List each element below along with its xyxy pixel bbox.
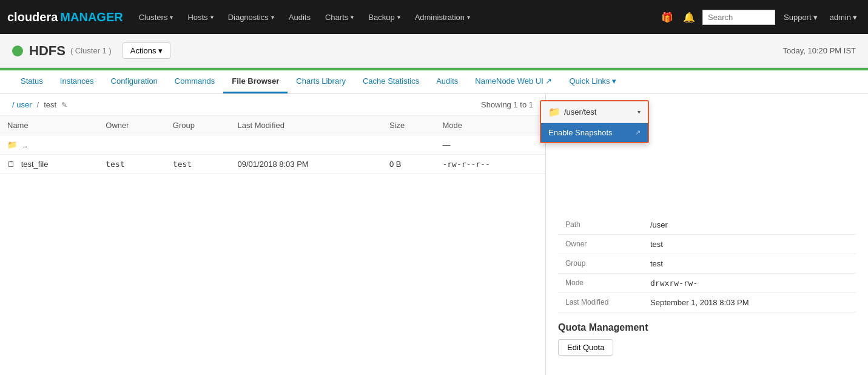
right-panel: 📁 /user/test ▾ Enable Snapshots ↗ Path /… (546, 94, 868, 375)
chevron-down-icon: ▾ (158, 46, 163, 55)
snapshots-section-title: Snapshots (558, 364, 856, 375)
nav-administration[interactable]: Administration ▾ (409, 8, 476, 27)
prop-row-owner: Owner test (558, 235, 856, 254)
top-navigation: cloudera MANAGER Clusters ▾ Hosts ▾ Diag… (0, 0, 868, 34)
dropdown-path: /user/test (564, 107, 596, 117)
service-title: HDFS (29, 43, 66, 59)
chevron-down-icon: ▾ (853, 13, 857, 22)
logo: cloudera MANAGER (7, 10, 123, 24)
quota-section-title: Quota Management (558, 312, 856, 339)
dropdown-box: 📁 /user/test ▾ Enable Snapshots ↗ (540, 100, 649, 143)
chevron-down-icon: ▾ (467, 14, 470, 21)
chevron-down-icon: ▾ (638, 109, 641, 115)
breadcrumb-current: test (44, 100, 56, 109)
nav-charts[interactable]: Charts ▾ (319, 8, 360, 27)
prop-row-last-modified: Last Modified September 1, 2018 8:03 PM (558, 293, 856, 312)
tab-commands[interactable]: Commands (166, 70, 223, 93)
file-table: Name Owner Group Last Modified Size Mode… (0, 116, 545, 174)
nav-hosts[interactable]: Hosts ▾ (181, 8, 219, 27)
file-last-modified (230, 135, 382, 155)
folder-icon: 📁 (7, 140, 17, 149)
nav-icons: 🎁 🔔 Support ▾ admin ▾ (659, 8, 861, 27)
gift-icon[interactable]: 🎁 (659, 9, 676, 25)
tab-audits[interactable]: Audits (428, 70, 466, 93)
tab-instances[interactable]: Instances (52, 70, 103, 93)
cursor-icon: ↗ (635, 129, 641, 137)
col-mode: Mode (435, 116, 545, 135)
file-icon: 🗒 (7, 160, 15, 169)
status-indicator (12, 46, 23, 56)
admin-button[interactable]: admin ▾ (826, 8, 861, 27)
prop-label-last-modified: Last Modified (558, 293, 643, 312)
chevron-down-icon: ▾ (170, 14, 173, 21)
file-owner: test (98, 155, 166, 174)
edit-quota-button[interactable]: Edit Quota (558, 339, 613, 356)
nav-backup[interactable]: Backup ▾ (362, 8, 406, 27)
prop-value-last-modified: September 1, 2018 8:03 PM (643, 293, 856, 312)
prop-label-owner: Owner (558, 235, 643, 254)
sub-navigation: Status Instances Configuration Commands … (0, 70, 868, 94)
file-mode: -rw-r--r-- (435, 155, 545, 174)
file-group (166, 135, 230, 155)
service-header: HDFS ( Cluster 1 ) Actions ▾ Today, 10:2… (0, 34, 868, 68)
file-last-modified: 09/01/2018 8:03 PM (230, 155, 382, 174)
chevron-down-icon: ▾ (351, 14, 354, 21)
file-group: test (166, 155, 230, 174)
cluster-badge: ( Cluster 1 ) (70, 46, 112, 55)
file-name: 🗒 test_file (0, 155, 98, 174)
showing-count: Showing 1 to 1 (481, 100, 533, 109)
chevron-down-icon: ▾ (271, 14, 274, 21)
tab-status[interactable]: Status (12, 70, 52, 93)
col-size: Size (382, 116, 435, 135)
table-row[interactable]: 🗒 test_file test test 09/01/2018 8:03 PM… (0, 155, 545, 174)
breadcrumb: / user / test ✎ Showing 1 to 1 (0, 94, 545, 116)
logo-manager: MANAGER (60, 10, 123, 24)
prop-row-group: Group test (558, 254, 856, 274)
col-last-modified: Last Modified (230, 116, 382, 135)
edit-icon[interactable]: ✎ (61, 101, 67, 109)
file-size (382, 135, 435, 155)
chevron-down-icon: ▾ (397, 14, 400, 21)
folder-icon: 📁 (548, 106, 560, 118)
prop-label-mode: Mode (558, 274, 643, 293)
col-group: Group (166, 116, 230, 135)
file-owner (98, 135, 166, 155)
actions-button[interactable]: Actions ▾ (123, 42, 171, 59)
table-row[interactable]: 📁 .. — (0, 135, 545, 155)
prop-value-path: /user (643, 215, 856, 235)
tab-quick-links[interactable]: Quick Links ▾ (560, 70, 624, 93)
chevron-down-icon: ▾ (210, 14, 214, 21)
nav-audits[interactable]: Audits (283, 8, 317, 27)
bell-icon[interactable]: 🔔 (681, 9, 698, 25)
prop-row-path: Path /user (558, 215, 856, 235)
col-owner: Owner (98, 116, 166, 135)
support-button[interactable]: Support ▾ (780, 8, 821, 27)
breadcrumb-separator: / (37, 100, 39, 109)
timestamp: Today, 10:20 PM IST (783, 46, 856, 55)
search-input[interactable] (702, 10, 775, 25)
breadcrumb-root[interactable]: / user (12, 100, 32, 109)
logo-cloudera: cloudera (7, 10, 58, 24)
tab-file-browser[interactable]: File Browser (223, 70, 288, 93)
tab-cache-statistics[interactable]: Cache Statistics (354, 70, 428, 93)
prop-label-path: Path (558, 215, 643, 235)
main-content: / user / test ✎ Showing 1 to 1 Name Owne… (0, 94, 868, 375)
nav-diagnostics[interactable]: Diagnostics ▾ (222, 8, 280, 27)
dropdown-header[interactable]: 📁 /user/test ▾ (541, 101, 648, 123)
prop-value-owner: test (643, 235, 856, 254)
col-name: Name (0, 116, 98, 135)
tab-charts-library[interactable]: Charts Library (288, 70, 354, 93)
file-browser-panel: / user / test ✎ Showing 1 to 1 Name Owne… (0, 94, 546, 375)
prop-value-mode: drwxrw-rw- (643, 274, 856, 293)
chevron-down-icon: ▾ (612, 76, 616, 86)
enable-snapshots-dropdown-item[interactable]: Enable Snapshots ↗ (541, 123, 648, 142)
tab-namenode-web-ui[interactable]: NameNode Web UI ↗ (466, 70, 560, 93)
path-dropdown: 📁 /user/test ▾ Enable Snapshots ↗ (540, 100, 649, 143)
tab-configuration[interactable]: Configuration (103, 70, 166, 93)
file-size: 0 B (382, 155, 435, 174)
nav-clusters[interactable]: Clusters ▾ (133, 8, 180, 27)
file-name: 📁 .. (0, 135, 98, 155)
chevron-down-icon: ▾ (813, 13, 818, 22)
file-mode: — (435, 135, 545, 155)
properties-table: Path /user Owner test Group test Mode dr… (558, 215, 856, 312)
